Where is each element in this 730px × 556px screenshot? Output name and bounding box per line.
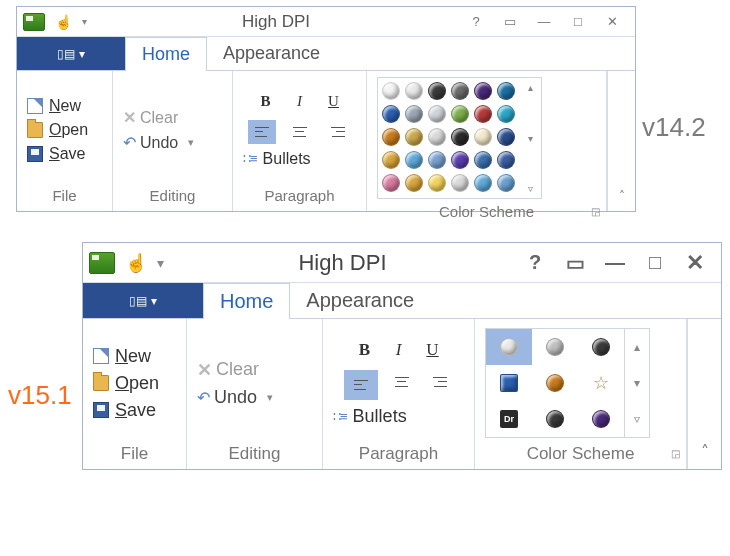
scheme-swatch[interactable]: ☆ [578,365,624,401]
scheme-swatch[interactable] [405,105,423,123]
undo-dropdown-icon[interactable]: ▾ [188,136,194,149]
gallery-scroll-up-icon[interactable]: ▴ [523,82,537,93]
titlebar: ☝ ▾ High DPI ? ▭ — □ ✕ [83,243,721,283]
scheme-swatch[interactable] [428,174,446,192]
scheme-swatch[interactable] [532,329,578,365]
new-button[interactable]: New [27,97,102,115]
scheme-swatch[interactable] [474,82,492,100]
scheme-swatch[interactable] [451,174,469,192]
help-button[interactable]: ? [515,251,555,274]
save-icon [27,146,43,162]
italic-button[interactable]: I [292,93,308,110]
colorscheme-gallery[interactable]: ▴ ▾ ▿ [377,77,542,199]
file-tab[interactable]: ▯▤ ▾ [17,37,125,70]
scheme-swatch[interactable] [382,128,400,146]
clear-button[interactable]: ✕Clear [197,359,312,381]
align-center-button[interactable] [388,370,416,394]
scheme-swatch[interactable] [474,105,492,123]
scheme-swatch[interactable] [405,128,423,146]
scheme-swatch[interactable] [497,82,515,100]
clear-button[interactable]: ✕ Clear [123,108,222,127]
underline-button[interactable]: U [425,340,441,360]
close-button[interactable]: ✕ [675,250,715,276]
save-button[interactable]: Save [27,145,102,163]
scheme-swatch[interactable] [474,151,492,169]
minimize-button[interactable]: — [595,251,635,274]
scheme-swatch[interactable] [474,174,492,192]
scheme-swatch[interactable] [497,128,515,146]
scheme-swatch[interactable] [451,105,469,123]
collapse-ribbon-button[interactable]: ˄ [687,319,721,469]
scheme-swatch[interactable] [405,82,423,100]
undo-button[interactable]: ↶Undo▾ [197,387,312,408]
scheme-swatch[interactable] [532,401,578,437]
gallery-scroll-down-icon[interactable]: ▾ [523,133,537,144]
align-left-button[interactable] [344,370,378,400]
scheme-swatch[interactable] [497,151,515,169]
scheme-swatch[interactable] [497,174,515,192]
file-tab[interactable]: ▯▤ ▾ [83,283,203,318]
scheme-swatch[interactable] [428,151,446,169]
scheme-swatch[interactable] [405,151,423,169]
scheme-swatch[interactable] [451,151,469,169]
open-button[interactable]: Open [27,121,102,139]
colorscheme-gallery[interactable]: ☆Dr ▴ ▾ ▿ [485,328,650,438]
bold-button[interactable]: B [357,340,373,360]
tab-home[interactable]: Home [203,283,290,319]
new-button[interactable]: New [93,346,176,367]
dialog-launcher-icon[interactable]: ◲ [591,203,600,221]
gallery-more-icon[interactable]: ▿ [625,401,649,437]
open-button[interactable]: Open [93,373,176,394]
gallery-more-icon[interactable]: ▿ [523,183,537,194]
scheme-swatch[interactable] [474,128,492,146]
bullets-button[interactable]: ∷≡ Bullets [243,150,356,168]
undo-button[interactable]: ↶ Undo ▾ [123,133,222,152]
scheme-swatch[interactable] [486,365,532,401]
collapse-ribbon-button[interactable]: ˄ [607,71,635,211]
gallery-scroll-down-icon[interactable]: ▾ [625,365,649,401]
scheme-swatch[interactable] [382,174,400,192]
italic-button[interactable]: I [391,340,407,360]
gallery-scroll-up-icon[interactable]: ▴ [625,329,649,365]
scheme-swatch[interactable] [486,329,532,365]
bullets-button[interactable]: ∷≡Bullets [333,406,464,427]
scheme-swatch[interactable] [382,151,400,169]
underline-button[interactable]: U [326,93,342,110]
qat-dropdown-icon[interactable]: ▾ [82,16,87,27]
scheme-swatch[interactable] [532,365,578,401]
scheme-swatch[interactable] [578,329,624,365]
undo-dropdown-icon[interactable]: ▾ [267,391,273,404]
ribbon-display-button[interactable]: ▭ [493,14,527,29]
ribbon-display-button[interactable]: ▭ [555,251,595,275]
maximize-button[interactable]: □ [635,251,675,274]
scheme-swatch[interactable] [382,105,400,123]
tab-appearance[interactable]: Appearance [207,37,337,70]
align-center-button[interactable] [286,120,314,144]
help-button[interactable]: ? [459,14,493,29]
minimize-button[interactable]: — [527,14,561,29]
qat-dropdown-icon[interactable]: ▾ [157,255,164,271]
file-tab-icon: ▯▤ [129,294,147,308]
save-button[interactable]: Save [93,400,176,421]
align-right-button[interactable] [426,370,454,394]
scheme-swatch[interactable] [428,82,446,100]
touch-mode-icon[interactable]: ☝ [125,252,147,274]
scheme-swatch[interactable] [405,174,423,192]
scheme-swatch[interactable] [497,105,515,123]
touch-mode-icon[interactable]: ☝ [55,14,72,30]
align-right-button[interactable] [324,120,352,144]
bold-button[interactable]: B [258,93,274,110]
scheme-swatch[interactable] [382,82,400,100]
dialog-launcher-icon[interactable]: ◲ [671,445,680,463]
scheme-swatch[interactable] [451,82,469,100]
scheme-swatch[interactable] [428,128,446,146]
maximize-button[interactable]: □ [561,14,595,29]
tab-home[interactable]: Home [125,37,207,71]
scheme-swatch[interactable] [578,401,624,437]
close-button[interactable]: ✕ [595,14,629,29]
scheme-swatch[interactable] [428,105,446,123]
tab-appearance[interactable]: Appearance [290,283,431,318]
align-left-button[interactable] [248,120,276,144]
scheme-swatch[interactable] [451,128,469,146]
scheme-swatch[interactable]: Dr [486,401,532,437]
